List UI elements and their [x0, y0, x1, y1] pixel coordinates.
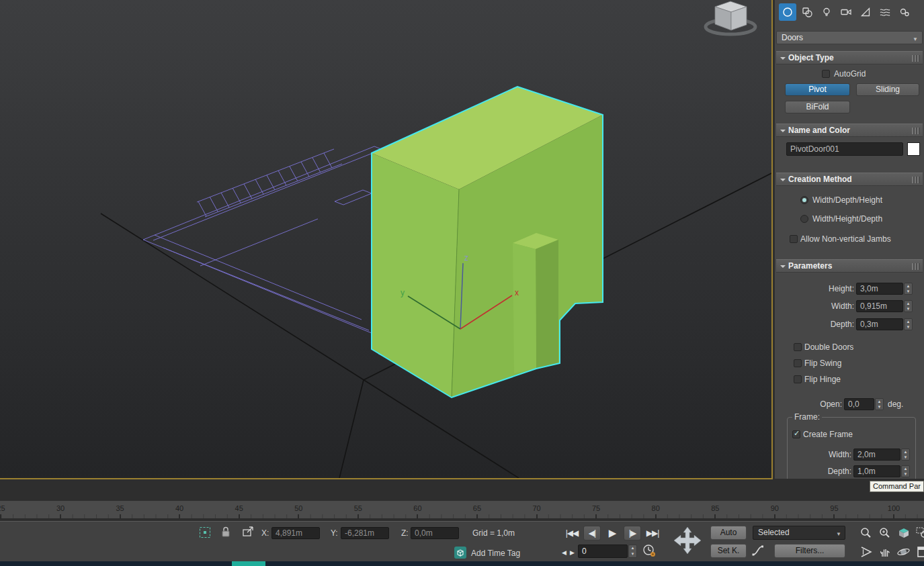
ruler-tick: 40	[166, 504, 193, 512]
rollout-name-color[interactable]: Name and Color	[776, 124, 923, 137]
ruler-tick: 30	[47, 504, 74, 512]
tangent-curve-icon[interactable]	[751, 544, 767, 557]
time-tag-icon[interactable]	[454, 546, 467, 559]
x-coord-field[interactable]: 4,891m	[271, 527, 320, 539]
systems-tab[interactable]	[896, 3, 913, 21]
zoom-icon[interactable]	[857, 524, 875, 542]
double-doors-checkbox[interactable]	[794, 343, 802, 351]
selection-region-icon[interactable]	[198, 526, 212, 539]
jambs-checkbox[interactable]	[790, 235, 798, 243]
width-spinner[interactable]: ▲▼	[904, 300, 913, 312]
z-axis-label: z	[464, 253, 468, 263]
selection-lock-icon[interactable]	[220, 525, 232, 538]
viewport-canvas[interactable]: z y x	[0, 0, 771, 478]
subcategory-value: Doors	[782, 33, 803, 42]
depth-field[interactable]: 0,3m	[856, 318, 903, 330]
3dsmax-window: z y x Doors ▼ Objec	[0, 0, 924, 566]
rollout-grip	[912, 177, 920, 183]
radio-width-height-depth[interactable]	[800, 215, 808, 223]
rollout-parameters[interactable]: Parameters	[776, 259, 923, 273]
orbit-icon[interactable]	[895, 543, 913, 561]
go-to-start-button[interactable]: |◀◀	[563, 526, 581, 540]
rollout-title: Parameters	[788, 261, 832, 271]
rollout-grip	[912, 263, 920, 270]
selection-set-value: Selected	[758, 528, 790, 537]
rollout-title: Name and Color	[788, 126, 850, 135]
width-field[interactable]: 0,915m	[856, 300, 903, 312]
lights-tab[interactable]	[818, 3, 835, 21]
prev-key-arrow[interactable]: ◀	[560, 545, 568, 560]
flip-swing-label: Flip Swing	[804, 359, 841, 368]
absolute-offset-icon[interactable]	[241, 525, 256, 538]
ruler-tick: 35	[107, 504, 134, 512]
ruler-tick: 50	[285, 504, 312, 512]
frame-width-spinner[interactable]: ▲▼	[901, 449, 910, 461]
frame-depth-spinner[interactable]: ▲▼	[901, 465, 910, 477]
time-configuration-icon[interactable]	[642, 543, 657, 558]
x-coord-label: X:	[261, 528, 269, 538]
frame-depth-label: Depth:	[795, 467, 851, 476]
next-frame-button[interactable]: |▶	[624, 526, 641, 540]
move-cross-icon[interactable]	[673, 525, 702, 556]
x-axis-label: x	[515, 288, 519, 297]
frame-depth-field[interactable]: 1,0m	[853, 465, 900, 477]
frame-spinner[interactable]: ▲▼	[628, 545, 637, 558]
go-to-end-button[interactable]: ▶▶|	[644, 526, 661, 540]
time-ruler[interactable]: 253035404550556065707580859095100	[0, 501, 924, 520]
open-unit-label: deg.	[888, 399, 903, 409]
width-label: Width:	[788, 301, 854, 311]
space-warps-tab[interactable]	[876, 3, 894, 21]
radio-width-depth-height[interactable]	[800, 196, 808, 204]
selection-set-dropdown[interactable]: Selected ▼	[753, 526, 845, 540]
ruler-tick: 85	[702, 504, 728, 512]
maximize-viewport-ic on[interactable]	[914, 543, 924, 561]
play-button[interactable]: ▶	[603, 526, 621, 540]
geometry-tab[interactable]	[779, 3, 796, 21]
command-panel: Doors ▼ Object Type AutoGrid Pivot Slidi…	[775, 0, 924, 479]
flip-swing-checkbox[interactable]	[794, 359, 802, 367]
height-field[interactable]: 3,0m	[856, 283, 903, 295]
object-name-field[interactable]: PivotDoor001	[786, 142, 903, 156]
key-filters-button[interactable]: Filters...	[774, 544, 845, 558]
open-spinner[interactable]: ▲▼	[875, 398, 884, 410]
next-key-arrow[interactable]: ▶	[568, 545, 576, 560]
current-frame-field[interactable]: 0	[578, 545, 628, 558]
rollout-object-type[interactable]: Object Type	[776, 51, 923, 64]
perspective-viewport[interactable]: z y x	[0, 0, 773, 479]
shapes-tab[interactable]	[798, 3, 816, 21]
taskbar-progress-segment	[232, 561, 265, 566]
subcategory-dropdown[interactable]: Doors ▼	[776, 31, 923, 44]
pivot-button[interactable]: Pivot	[785, 83, 850, 96]
auto-key-button[interactable]: Auto	[710, 526, 747, 540]
sliding-button[interactable]: Sliding	[856, 83, 919, 96]
pan-hand-icon[interactable]	[876, 543, 894, 561]
zoom-all-icon[interactable]	[876, 524, 894, 542]
add-time-tag-label[interactable]: Add Time Tag	[471, 549, 520, 558]
jambs-label: Allow Non-vertical Jambs	[800, 234, 891, 244]
ruler-tick: 95	[821, 504, 847, 512]
object-color-swatch[interactable]	[907, 142, 920, 156]
zoom-region-icon[interactable]	[914, 524, 924, 542]
create-frame-checkbox[interactable]	[792, 430, 800, 438]
set-key-button[interactable]: Set K.	[710, 544, 747, 558]
height-spinner[interactable]: ▲▼	[904, 283, 913, 295]
zoom-extents-icon[interactable]	[895, 524, 913, 542]
bifold-button[interactable]: BiFold	[785, 101, 850, 113]
helpers-tab[interactable]	[857, 3, 874, 21]
open-field[interactable]: 0,0	[844, 398, 874, 410]
cameras-tab[interactable]	[837, 3, 855, 21]
frame-width-field[interactable]: 2,0m	[853, 449, 900, 461]
rollout-creation-method[interactable]: Creation Method	[776, 173, 923, 186]
z-coord-label: Z:	[401, 528, 409, 538]
mid-strip	[0, 479, 924, 501]
autogrid-checkbox[interactable]	[822, 70, 830, 78]
fov-icon[interactable]	[857, 543, 875, 561]
flip-hinge-checkbox[interactable]	[794, 375, 802, 383]
z-coord-field[interactable]: 0,0m	[411, 527, 459, 539]
y-coord-field[interactable]: -6,281m	[341, 527, 389, 539]
ruler-tick: 60	[404, 504, 431, 512]
ruler-tick: 100	[880, 504, 907, 512]
status-bar: X: 4,891m Y: -6,281m Z: 0,0m Grid = 1,0m…	[0, 521, 924, 561]
depth-spinner[interactable]: ▲▼	[904, 318, 913, 330]
previous-frame-button[interactable]: ◀|	[583, 526, 601, 540]
